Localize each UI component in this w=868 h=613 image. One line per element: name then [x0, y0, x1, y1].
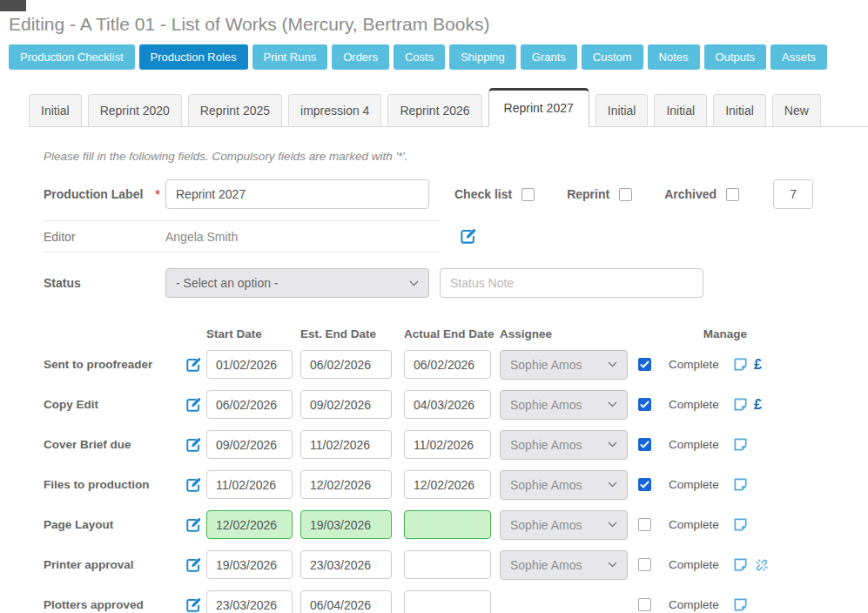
- status-note-input[interactable]: [440, 268, 703, 298]
- nav-button-notes[interactable]: Notes: [648, 44, 700, 70]
- start-date-input[interactable]: [206, 510, 293, 539]
- note-icon[interactable]: [733, 557, 748, 572]
- complete-checkbox[interactable]: [638, 358, 651, 371]
- complete-checkbox[interactable]: [638, 518, 651, 531]
- reprint-checkbox[interactable]: [619, 188, 632, 201]
- actual-end-date-input[interactable]: [404, 590, 491, 613]
- assignee-select[interactable]: Sophie Amos: [500, 430, 628, 460]
- complete-label: Complete: [669, 598, 723, 611]
- tab-reprint-2027-5[interactable]: Reprint 2027: [488, 88, 589, 127]
- broken-link-icon[interactable]: [754, 557, 770, 573]
- archived-checkbox[interactable]: [726, 188, 739, 201]
- note-icon[interactable]: [733, 357, 748, 372]
- tab-new-9[interactable]: New: [772, 94, 821, 126]
- pound-icon[interactable]: £: [754, 358, 762, 372]
- edit-task-icon[interactable]: [185, 397, 201, 413]
- assignee-select-value: Sophie Amos: [510, 438, 582, 452]
- start-date-input[interactable]: [206, 390, 293, 419]
- status-select[interactable]: - Select an option -: [165, 268, 429, 298]
- status-row: Status - Select an option -: [44, 268, 868, 298]
- assignee-select[interactable]: Sophie Amos: [500, 470, 628, 500]
- start-date-input[interactable]: [206, 590, 293, 613]
- edit-task-icon[interactable]: [185, 557, 201, 573]
- edit-task-icon[interactable]: [185, 477, 201, 493]
- complete-checkbox[interactable]: [638, 598, 651, 611]
- check-list-checkbox[interactable]: [521, 188, 535, 201]
- note-icon[interactable]: [733, 437, 748, 452]
- manage-icons: [733, 477, 748, 492]
- nav-button-production-roles[interactable]: Production Roles: [139, 44, 248, 70]
- nav-button-shipping[interactable]: Shipping: [449, 44, 516, 70]
- note-icon[interactable]: [733, 597, 748, 612]
- note-icon[interactable]: [733, 477, 748, 492]
- nav-button-custom[interactable]: Custom: [582, 44, 643, 70]
- actual-end-date-input[interactable]: [404, 550, 491, 579]
- edit-editor-icon[interactable]: [460, 228, 476, 245]
- start-date-input[interactable]: [206, 430, 293, 459]
- assignee-select-value: Sophie Amos: [510, 518, 582, 532]
- est-end-date-input[interactable]: [300, 350, 392, 379]
- production-label-input[interactable]: [165, 179, 429, 209]
- tab-initial-0[interactable]: Initial: [29, 94, 82, 126]
- task-row-page-layout: Page LayoutSophie AmosComplete: [44, 510, 868, 539]
- tab-initial-8[interactable]: Initial: [713, 94, 766, 126]
- est-end-date-input[interactable]: [300, 550, 392, 579]
- task-table-header: Start Date Est. End Date Actual End Date…: [44, 327, 868, 340]
- est-end-date-input[interactable]: [300, 390, 392, 419]
- manage-icons: [733, 437, 748, 452]
- est-end-date-input[interactable]: [300, 470, 392, 499]
- tab-initial-7[interactable]: Initial: [654, 94, 707, 126]
- edit-column: [180, 557, 206, 573]
- actual-end-date-input[interactable]: [404, 390, 491, 419]
- assignee-select[interactable]: Sophie Amos: [500, 350, 628, 380]
- edit-column: [180, 397, 206, 413]
- manage-icons: £: [733, 357, 762, 372]
- complete-checkbox[interactable]: [638, 558, 651, 571]
- edit-task-icon[interactable]: [185, 597, 201, 613]
- note-icon[interactable]: [733, 517, 748, 532]
- edit-column: [180, 437, 206, 453]
- actual-end-date-input[interactable]: [404, 350, 491, 379]
- actual-end-date-input[interactable]: [404, 430, 491, 459]
- start-date-input[interactable]: [206, 550, 293, 579]
- nav-button-print-runs[interactable]: Print Runs: [252, 44, 328, 70]
- nav-button-orders[interactable]: Orders: [332, 44, 389, 70]
- start-date-input[interactable]: [206, 470, 293, 499]
- est-end-date-input[interactable]: [300, 590, 392, 613]
- edit-task-icon[interactable]: [185, 357, 201, 373]
- assignee-select[interactable]: Sophie Amos: [500, 550, 628, 580]
- complete-checkbox[interactable]: [638, 398, 651, 411]
- note-icon[interactable]: [733, 397, 748, 412]
- actual-end-date-input[interactable]: [404, 510, 491, 539]
- edit-column: [180, 357, 206, 373]
- tab-initial-6[interactable]: Initial: [595, 94, 649, 126]
- tab-reprint-2026-4[interactable]: Reprint 2026: [387, 94, 481, 126]
- sequence-number-input[interactable]: [773, 179, 813, 209]
- tab-impression-4-3[interactable]: impression 4: [288, 94, 381, 126]
- nav-button-grants[interactable]: Grants: [521, 44, 577, 70]
- est-end-date-input[interactable]: [300, 430, 392, 459]
- complete-checkbox[interactable]: [638, 478, 651, 491]
- manage-icons: [733, 517, 748, 532]
- start-date-input[interactable]: [206, 350, 293, 379]
- edit-task-icon[interactable]: [185, 517, 201, 533]
- check-mark-icon: [640, 360, 649, 368]
- editor-value: Angela Smith: [165, 230, 238, 244]
- pound-icon[interactable]: £: [754, 398, 762, 412]
- assignee-select[interactable]: Sophie Amos: [500, 390, 628, 420]
- nav-button-assets[interactable]: Assets: [770, 44, 827, 70]
- nav-button-outputs[interactable]: Outputs: [704, 44, 767, 70]
- tab-reprint-2020-1[interactable]: Reprint 2020: [88, 94, 182, 126]
- complete-checkbox[interactable]: [638, 438, 651, 451]
- assignee-select[interactable]: Sophie Amos: [500, 510, 628, 540]
- edit-column: [180, 517, 206, 533]
- header-assignee: Assignee: [500, 327, 638, 340]
- edit-task-icon[interactable]: [185, 437, 201, 453]
- est-end-date-input[interactable]: [300, 510, 392, 539]
- flag-reprint: Reprint: [567, 187, 632, 201]
- tab-reprint-2025-2[interactable]: Reprint 2025: [188, 94, 282, 126]
- task-label: Files to production: [44, 478, 180, 491]
- nav-button-production-checklist[interactable]: Production Checklist: [9, 44, 135, 70]
- actual-end-date-input[interactable]: [404, 470, 491, 499]
- nav-button-costs[interactable]: Costs: [394, 44, 445, 70]
